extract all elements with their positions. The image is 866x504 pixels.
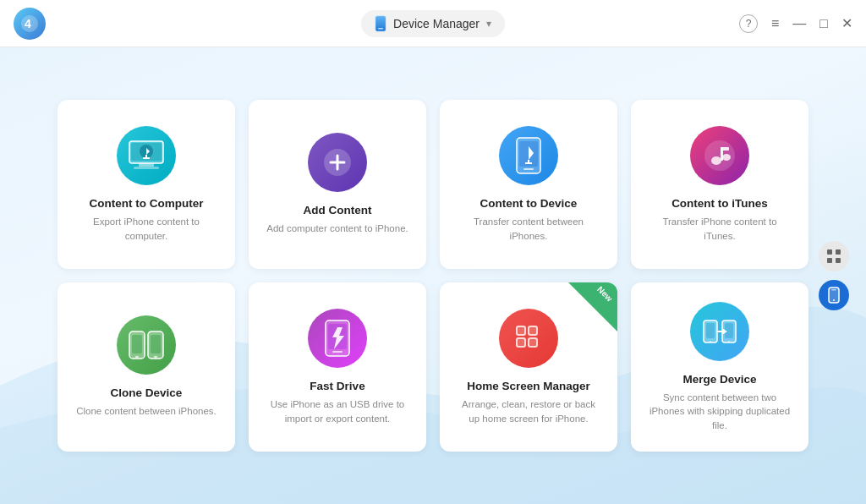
home-screen-manager-desc: Arrange, clean, restore or back up home … [457, 397, 600, 425]
svg-rect-55 [836, 258, 841, 263]
device-manager-button[interactable]: Device Manager ▾ [361, 10, 505, 37]
add-content-desc: Add computer content to iPhone. [266, 222, 408, 235]
svg-rect-54 [827, 258, 832, 263]
content-to-device-desc: Transfer content between iPhones. [457, 215, 600, 242]
svg-rect-47 [706, 323, 715, 338]
content-to-device-title: Content to Device [480, 197, 578, 210]
home-screen-manager-title: Home Screen Manager [467, 380, 590, 392]
fast-drive-title: Fast Drive [310, 380, 364, 392]
add-content-title: Add Content [304, 204, 372, 216]
phone-icon [375, 15, 386, 32]
svg-point-23 [711, 156, 721, 165]
svg-rect-41 [518, 327, 524, 334]
content-to-computer-desc: Export iPhone content to computer. [74, 215, 218, 242]
card-home-screen-manager[interactable]: New Home Screen Manager Arrange, clean, … [440, 282, 617, 452]
svg-rect-8 [134, 167, 159, 169]
content-to-itunes-icon [690, 126, 749, 185]
svg-point-22 [704, 140, 735, 171]
minimize-button[interactable]: — [792, 16, 806, 31]
app-logo: 4 [14, 8, 46, 40]
new-badge-triangle [568, 282, 617, 331]
feature-grid: Content to Computer Export iPhone conten… [58, 100, 808, 452]
svg-rect-18 [523, 168, 534, 170]
svg-point-57 [833, 299, 835, 301]
window-controls: ? ≡ — □ ✕ [739, 14, 852, 33]
svg-rect-58 [831, 289, 836, 291]
device-manager-label: Device Manager [393, 17, 480, 30]
apps-nav-button[interactable] [819, 241, 849, 271]
svg-rect-50 [728, 341, 730, 342]
close-button[interactable]: ✕ [841, 15, 852, 31]
fast-drive-desc: Use iPhone as an USB drive to import or … [266, 397, 409, 425]
svg-rect-42 [529, 327, 536, 334]
clone-device-desc: Clone content between iPhones. [76, 404, 216, 418]
add-content-icon [308, 133, 367, 192]
svg-rect-3 [378, 28, 383, 30]
menu-button[interactable]: ≡ [771, 16, 779, 31]
svg-rect-32 [154, 356, 157, 358]
maximize-button[interactable]: □ [819, 16, 828, 31]
dropdown-icon: ▾ [486, 18, 491, 30]
card-add-content[interactable]: Add Content Add computer content to iPho… [249, 100, 426, 269]
content-to-device-icon [499, 126, 558, 185]
titlebar: 4 Device Manager ▾ ? ≡ — □ ✕ [0, 0, 866, 47]
merge-device-title: Merge Device [682, 373, 756, 386]
home-screen-manager-icon [499, 309, 558, 368]
svg-rect-26 [721, 147, 729, 151]
svg-text:4: 4 [25, 17, 31, 30]
svg-rect-35 [332, 351, 343, 353]
card-clone-device[interactable]: Clone Device Clone content between iPhon… [58, 282, 235, 452]
card-fast-drive[interactable]: Fast Drive Use iPhone as an USB drive to… [249, 282, 426, 452]
svg-rect-52 [827, 249, 832, 255]
card-content-to-computer[interactable]: Content to Computer Export iPhone conten… [58, 100, 235, 269]
clone-device-icon [117, 315, 176, 375]
card-merge-device[interactable]: Merge Device Sync content between two iP… [631, 282, 808, 452]
svg-rect-53 [836, 249, 841, 255]
svg-rect-29 [132, 335, 142, 353]
merge-device-icon [690, 302, 749, 361]
svg-rect-49 [710, 341, 711, 342]
fast-drive-icon [308, 309, 367, 368]
card-content-to-device[interactable]: Content to Device Transfer content betwe… [440, 100, 617, 269]
svg-rect-31 [135, 356, 139, 358]
apps-grid-icon [826, 249, 841, 264]
device-manager-dropdown[interactable]: Device Manager ▾ [361, 10, 505, 37]
help-button[interactable]: ? [739, 14, 758, 33]
svg-rect-44 [529, 339, 536, 346]
content-to-itunes-desc: Transfer iPhone content to iTunes. [648, 215, 792, 242]
side-nav [819, 241, 849, 310]
clone-device-title: Clone Device [111, 386, 183, 399]
content-to-computer-icon [117, 126, 176, 185]
content-to-computer-title: Content to Computer [90, 197, 204, 210]
main-content: Content to Computer Export iPhone conten… [0, 47, 866, 504]
card-content-to-itunes[interactable]: Content to iTunes Transfer iPhone conten… [631, 100, 808, 269]
svg-rect-43 [518, 339, 524, 346]
device-nav-icon [827, 287, 841, 304]
merge-device-desc: Sync content between two iPhones with sk… [648, 391, 792, 431]
svg-point-24 [722, 154, 731, 161]
svg-rect-7 [139, 163, 154, 167]
device-nav-button[interactable] [819, 280, 849, 310]
svg-rect-30 [151, 335, 161, 353]
content-to-itunes-title: Content to iTunes [671, 197, 768, 210]
